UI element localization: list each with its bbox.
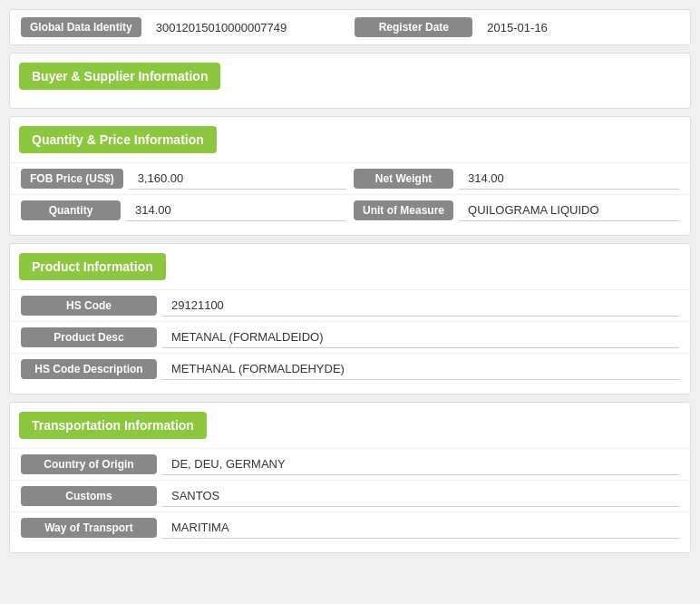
global-data-identity-label: Global Data Identity: [21, 17, 141, 37]
transportation-body: Country of Origin DE, DEU, GERMANY Custo…: [10, 448, 690, 552]
product-desc-value: METANAL (FORMALDEIDO): [162, 326, 679, 348]
unit-label: Unit of Measure: [354, 200, 453, 220]
unit-value: QUILOGRAMA LIQUIDO: [459, 200, 679, 221]
quantity-unit-row: Quantity 314.00 Unit of Measure QUILOGRA…: [10, 194, 690, 226]
customs-label: Customs: [21, 486, 157, 506]
quantity-field: Quantity 314.00: [21, 200, 346, 221]
register-date-value: 2015-01-16: [480, 21, 679, 34]
customs-value: SANTOS: [162, 485, 679, 507]
transport-value: MARITIMA: [162, 517, 679, 539]
global-data-identity-value: 30012015010000007749: [149, 21, 348, 34]
register-date-label: Register Date: [355, 17, 472, 37]
net-weight-label: Net Weight: [354, 169, 453, 189]
customs-row: Customs SANTOS: [10, 480, 690, 511]
quantity-price-header: Quantity & Price Information: [19, 126, 217, 153]
transportation-section: Transportation Information Country of Or…: [9, 402, 691, 553]
transportation-header: Transportation Information: [19, 412, 207, 439]
hs-desc-label: HS Code Description: [21, 359, 157, 379]
country-value: DE, DEU, GERMANY: [162, 453, 679, 475]
fob-net-row: FOB Price (US$) 3,160.00 Net Weight 314.…: [10, 162, 690, 194]
product-desc-row: Product Desc METANAL (FORMALDEIDO): [10, 321, 690, 353]
hs-code-value: 29121100: [162, 295, 679, 317]
product-section: Product Information HS Code 29121100 Pro…: [9, 243, 691, 395]
product-body: HS Code 29121100 Product Desc METANAL (F…: [10, 289, 690, 394]
fob-value: 3,160.00: [129, 168, 346, 190]
country-row: Country of Origin DE, DEU, GERMANY: [10, 448, 690, 480]
quantity-price-body: FOB Price (US$) 3,160.00 Net Weight 314.…: [10, 162, 690, 235]
transport-row: Way of Transport MARITIMA: [10, 511, 690, 543]
fob-label: FOB Price (US$): [21, 169, 123, 189]
buyer-supplier-header: Buyer & Supplier Information: [19, 63, 220, 90]
product-desc-label: Product Desc: [21, 327, 157, 347]
buyer-supplier-section: Buyer & Supplier Information: [9, 53, 691, 109]
net-weight-field: Net Weight 314.00: [354, 168, 679, 190]
hs-desc-value: METHANAL (FORMALDEHYDE): [162, 358, 679, 380]
product-header: Product Information: [19, 253, 166, 280]
hs-desc-row: HS Code Description METHANAL (FORMALDEHY…: [10, 353, 690, 385]
identity-bar: Global Data Identity 3001201501000000774…: [9, 9, 691, 45]
page-wrapper: Global Data Identity 3001201501000000774…: [9, 9, 691, 553]
net-weight-value: 314.00: [459, 168, 679, 190]
unit-field: Unit of Measure QUILOGRAMA LIQUIDO: [354, 200, 679, 221]
buyer-supplier-body: [10, 99, 690, 108]
quantity-label: Quantity: [21, 200, 121, 220]
transport-label: Way of Transport: [21, 518, 157, 538]
fob-field: FOB Price (US$) 3,160.00: [21, 168, 346, 190]
country-label: Country of Origin: [21, 454, 157, 474]
quantity-price-section: Quantity & Price Information FOB Price (…: [9, 116, 691, 236]
quantity-value: 314.00: [126, 200, 346, 221]
hs-code-label: HS Code: [21, 296, 157, 316]
hs-code-row: HS Code 29121100: [10, 289, 690, 321]
